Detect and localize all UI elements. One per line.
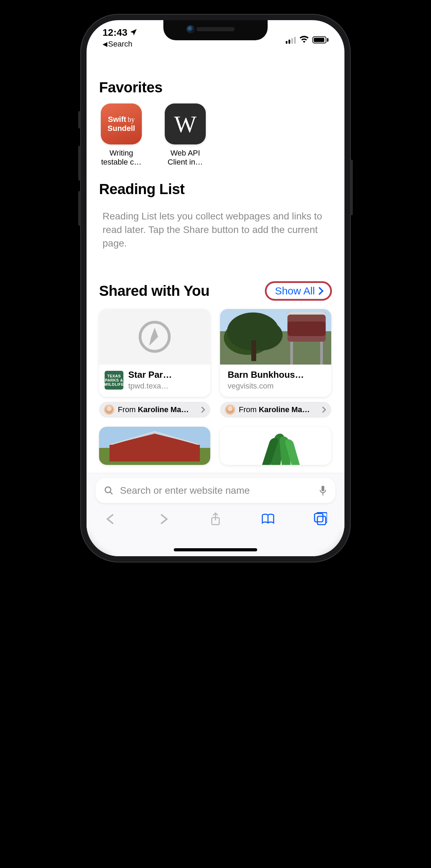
card-title: Star Par… [128,369,172,380]
bottom-bar: Search or enter website name [87,473,344,556]
svg-rect-6 [315,514,323,522]
shared-card[interactable] [99,427,210,465]
back-label: Search [108,40,132,49]
favorite-item[interactable]: Swift by Sundell Writing testable c… [99,103,144,167]
favorite-label: Writing testable c… [99,149,144,167]
svg-line-2 [110,492,113,494]
shared-card-wrap: TEXAS PARKS & WILDLIFE Star Par… tpwd.te… [99,309,210,418]
card-thumb-placeholder [99,309,210,365]
card-url: tpwd.texa… [128,382,172,391]
compass-icon [137,319,172,354]
shared-with-you-title: Shared with You [99,283,210,299]
shared-card-wrap: Barn Bunkhous… vegvisits.com From Karoli… [220,309,331,418]
card-thumb-image [220,427,331,465]
shared-from-pill[interactable]: From Karoline Ma… [220,402,331,418]
card-title: Barn Bunkhous… [228,369,304,380]
cellular-signal-icon [286,36,296,44]
card-thumb-image [220,309,331,365]
tabs-icon [313,512,327,526]
chevron-right-icon [318,286,324,295]
url-placeholder: Search or enter website name [120,485,312,496]
svg-rect-7 [317,516,326,525]
tabs-button[interactable] [313,512,327,527]
share-button[interactable] [209,512,222,527]
svg-point-1 [105,487,111,493]
svg-rect-3 [322,486,324,491]
book-icon [261,512,275,526]
status-time: 12:43 [103,27,128,38]
favorites-row: Swift by Sundell Writing testable c… W W… [99,103,332,167]
chevron-right-icon [201,406,205,413]
reading-list-title: Reading List [99,181,332,198]
shared-from-pill[interactable]: From Karoline Ma… [99,402,210,418]
location-icon [130,27,137,38]
chevron-right-icon [156,512,170,526]
side-button [78,146,81,181]
side-button [350,160,353,215]
shared-cards-row [99,427,332,465]
avatar-icon [225,404,235,415]
favorite-label: Web API Client in… [163,149,208,167]
front-camera [186,25,195,33]
chevron-right-icon [322,406,326,413]
side-button [78,191,81,226]
url-bar[interactable]: Search or enter website name [96,478,335,503]
screen: 12:43 ◀ Search [87,20,344,556]
back-to-search-button[interactable]: ◀ Search [103,40,132,49]
favorite-icon-swift-by-sundell: Swift by Sundell [101,103,142,144]
forward-button[interactable] [156,512,170,527]
card-thumb-image [99,427,210,465]
favorite-item[interactable]: W Web API Client in… [163,103,208,167]
favorite-icon-w: W [165,103,206,144]
search-icon [104,486,114,495]
share-icon [209,512,222,526]
reading-list-info: Reading List lets you collect webpages a… [99,209,332,250]
card-favicon-texas-parks: TEXAS PARKS & WILDLIFE [105,371,123,390]
shared-card[interactable]: Barn Bunkhous… vegvisits.com [220,309,331,397]
phone-frame: 12:43 ◀ Search [80,14,351,562]
battery-icon [312,36,328,43]
back-triangle-icon: ◀ [103,40,107,48]
speaker-grill [196,27,235,31]
show-all-label: Show All [275,285,315,297]
notch [163,20,268,40]
wifi-icon [299,34,309,45]
toolbar [96,503,335,527]
home-indicator[interactable] [174,548,257,551]
microphone-icon[interactable] [319,485,327,496]
back-button[interactable] [104,512,118,527]
show-all-button[interactable]: Show All [265,281,332,301]
favorites-title: Favorites [99,79,332,96]
card-url: vegvisits.com [228,382,304,391]
chevron-left-icon [104,512,118,526]
side-button [78,111,81,128]
shared-card[interactable] [220,427,331,465]
avatar-icon [104,404,114,415]
shared-cards-row: TEXAS PARKS & WILDLIFE Star Par… tpwd.te… [99,309,332,418]
bookmarks-button[interactable] [261,512,275,527]
shared-card[interactable]: TEXAS PARKS & WILDLIFE Star Par… tpwd.te… [99,309,210,397]
